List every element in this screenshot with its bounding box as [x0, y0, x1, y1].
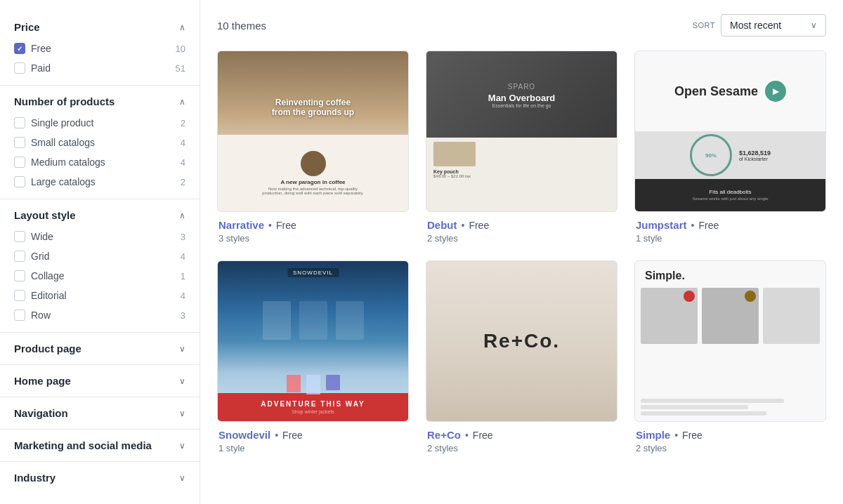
filter-marketing-header[interactable]: Marketing and social media: [14, 439, 185, 451]
chevron-product-page-icon: [179, 344, 185, 354]
theme-styles-snowdevil: 1 style: [218, 443, 407, 453]
theme-info-reco: Re+Co • Free 2 styles: [426, 429, 617, 453]
filter-option-small: Small catalogs 4: [14, 135, 185, 150]
page-container: Price Free 10 Paid 51: [0, 0, 843, 504]
theme-name-snowdevil[interactable]: Snowdevil: [218, 429, 270, 441]
theme-styles-reco: 2 styles: [427, 443, 616, 453]
narrative-hero-text: Reinventing coffeefrom the grounds up: [237, 98, 389, 117]
filter-option-medium: Medium catalogs 4: [14, 155, 185, 169]
snowdevil-brand: SNOWDEVIL: [287, 268, 339, 277]
filter-home-page-header[interactable]: Home page: [14, 375, 185, 387]
filter-layout-title: Layout style: [14, 209, 76, 221]
price-options: Free 10 Paid 51: [14, 41, 185, 75]
filter-option-free: Free 10: [14, 41, 185, 55]
chevron-layout-icon: [179, 211, 185, 220]
theme-name-jumpstart[interactable]: Jumpstart: [636, 219, 687, 231]
medium-label: Medium catalogs: [31, 157, 105, 168]
sort-label: Sort: [693, 21, 715, 29]
filter-section-products: Number of products Single product 2 Smal…: [0, 86, 200, 199]
theme-info-simple: Simple • Free 2 styles: [634, 429, 826, 453]
theme-name-reco[interactable]: Re+Co: [427, 429, 461, 441]
reco-brand-text: Re+Co.: [483, 330, 560, 352]
sort-current-value: Most recent: [730, 20, 781, 31]
chevron-up-icon: [179, 22, 185, 32]
checkbox-row[interactable]: [14, 310, 25, 321]
sort-control: Sort Most recent ∨: [693, 14, 826, 37]
narrative-bottom-text: A new paragon in coffee: [280, 179, 345, 185]
filter-option-large: Large catalogs 2: [14, 175, 185, 189]
checkbox-collage[interactable]: [14, 270, 25, 281]
main-header: 10 themes Sort Most recent ∨: [217, 14, 826, 37]
filter-price-header[interactable]: Price: [14, 21, 185, 33]
theme-card-debut: SPARO Man Overboard Essentials for life …: [426, 51, 617, 244]
filter-navigation-title: Navigation: [14, 407, 68, 419]
checkbox-large[interactable]: [14, 176, 25, 187]
chevron-home-page-icon: [179, 376, 185, 386]
themes-count: 10 themes: [217, 20, 266, 32]
theme-name-simple[interactable]: Simple: [636, 429, 670, 441]
theme-info-snowdevil: Snowdevil • Free 1 style: [217, 429, 409, 453]
debut-product-name: Key pouch: [433, 169, 610, 174]
single-count: 2: [181, 118, 185, 128]
theme-thumbnail-simple[interactable]: Simple.: [634, 260, 826, 422]
layout-options: Wide 3 Grid 4 Collage 1: [14, 230, 185, 322]
filter-section-product-page: Product page: [0, 333, 200, 365]
theme-thumbnail-reco[interactable]: Re+Co.: [426, 260, 617, 422]
filter-industry-title: Industry: [14, 472, 55, 484]
filter-industry-header[interactable]: Industry: [14, 472, 185, 484]
row-label: Row: [31, 310, 51, 321]
theme-name-debut[interactable]: Debut: [427, 219, 457, 231]
editorial-count: 4: [181, 291, 185, 301]
sort-select[interactable]: Most recent ∨: [721, 14, 826, 37]
checkbox-editorial[interactable]: [14, 290, 25, 301]
theme-styles-jumpstart: 1 style: [636, 233, 825, 244]
filter-navigation-header[interactable]: Navigation: [14, 407, 185, 419]
theme-styles-simple: 2 styles: [636, 443, 825, 453]
filter-layout-header[interactable]: Layout style: [14, 209, 185, 221]
small-label: Small catalogs: [31, 137, 95, 148]
large-count: 2: [181, 177, 185, 187]
filter-option-row: Row 3: [14, 308, 185, 322]
filter-section-price: Price Free 10 Paid 51: [0, 11, 200, 86]
medium-count: 4: [181, 157, 185, 168]
free-count: 10: [176, 44, 185, 54]
theme-name-narrative[interactable]: Narrative: [218, 219, 264, 231]
filter-product-page-title: Product page: [14, 343, 81, 354]
filter-price-title: Price: [14, 21, 40, 33]
theme-thumbnail-snowdevil[interactable]: SNOWDEVIL ADVENTURE THIS WAY Shop winter…: [217, 260, 409, 422]
play-icon: ▶: [765, 81, 786, 102]
theme-thumbnail-debut[interactable]: SPARO Man Overboard Essentials for life …: [426, 51, 617, 212]
editorial-label: Editorial: [31, 290, 67, 301]
collage-count: 1: [181, 271, 185, 281]
collage-label: Collage: [31, 270, 64, 281]
filter-section-navigation: Navigation: [0, 397, 200, 430]
theme-thumbnail-narrative[interactable]: Reinventing coffeefrom the grounds up A …: [217, 51, 409, 212]
checkbox-free[interactable]: [14, 43, 25, 54]
theme-price-simple: Free: [682, 430, 702, 441]
free-label: Free: [31, 43, 51, 54]
theme-price-jumpstart: Free: [698, 220, 719, 231]
simple-brand: Simple.: [645, 270, 685, 282]
checkbox-medium[interactable]: [14, 157, 25, 168]
main-content: 10 themes Sort Most recent ∨ Reinventing…: [200, 0, 843, 504]
filter-products-header[interactable]: Number of products: [14, 95, 185, 107]
wide-label: Wide: [31, 231, 53, 242]
checkbox-paid[interactable]: [14, 62, 25, 74]
filter-product-page-header[interactable]: Product page: [14, 343, 185, 354]
jumpstart-title: Open Sesame: [674, 84, 758, 99]
checkbox-wide[interactable]: [14, 231, 25, 242]
checkbox-grid[interactable]: [14, 251, 25, 262]
filter-section-home-page: Home page: [0, 365, 200, 397]
theme-price-debut: Free: [469, 220, 489, 231]
single-label: Single product: [31, 117, 94, 128]
theme-info-debut: Debut • Free 2 styles: [426, 219, 617, 244]
checkbox-single[interactable]: [14, 117, 25, 128]
chevron-down-icon: ∨: [811, 20, 817, 30]
filter-products-title: Number of products: [14, 95, 115, 107]
filter-section-industry: Industry: [0, 462, 200, 493]
theme-info-jumpstart: Jumpstart • Free 1 style: [634, 219, 826, 244]
row-count: 3: [181, 310, 185, 321]
checkbox-small[interactable]: [14, 137, 25, 148]
theme-card-narrative: Reinventing coffeefrom the grounds up A …: [217, 51, 409, 244]
theme-thumbnail-jumpstart[interactable]: Open Sesame ▶ 90% $1,628,519of Kickstart…: [634, 51, 826, 212]
